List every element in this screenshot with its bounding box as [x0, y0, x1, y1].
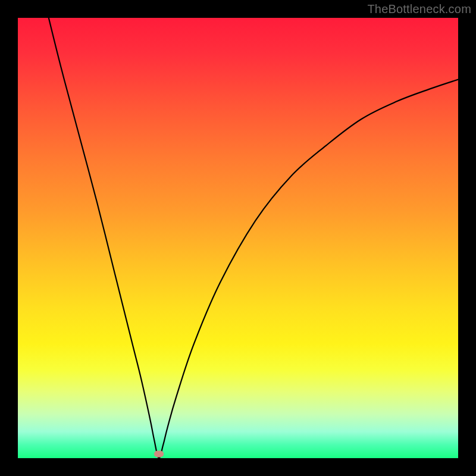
plot-area — [18, 18, 458, 458]
watermark-text: TheBottleneck.com — [367, 2, 471, 16]
optimal-point-marker — [154, 450, 164, 457]
chart-frame: TheBottleneck.com — [0, 0, 476, 476]
bottleneck-curve — [18, 18, 458, 458]
